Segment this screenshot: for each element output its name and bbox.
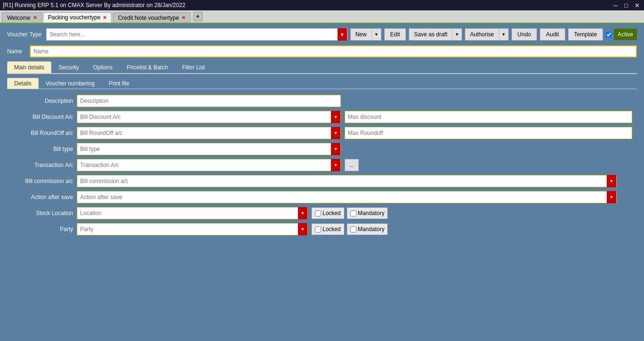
tab-packing-close[interactable]: ✕ [103, 15, 107, 20]
party-dropdown-btn[interactable]: ▼ [298, 223, 307, 235]
bill-discount-input[interactable] [77, 111, 331, 123]
party-locked-label: Locked [322, 226, 341, 233]
tab-packing[interactable]: Packing vouchertype ✕ [43, 12, 112, 23]
content-panel: Details Voucher numbering Print file Des… [7, 74, 637, 243]
template-button[interactable]: Template [568, 28, 603, 41]
authorise-button-group: Authorise ▼ [465, 28, 509, 41]
description-label: Description [12, 98, 73, 104]
bill-type-dropdown-btn[interactable]: ▼ [331, 143, 340, 155]
party-locked-check[interactable]: Locked [312, 224, 344, 235]
bill-commission-dropdown-btn[interactable]: ▼ [607, 175, 616, 187]
voucher-type-label: Voucher Type [7, 31, 41, 38]
voucher-type-search[interactable]: ▼ [46, 28, 347, 41]
location-input[interactable] [77, 208, 298, 219]
new-button-group: New ▼ [350, 28, 381, 41]
location-combo[interactable]: ▼ [77, 207, 308, 219]
transaction-ac-dropdown-btn[interactable]: ▼ [331, 159, 340, 171]
location-dropdown-btn[interactable]: ▼ [298, 207, 307, 219]
new-button[interactable]: New [350, 28, 372, 41]
bill-discount-dropdown-btn[interactable]: ▼ [331, 111, 340, 123]
sub-tab-print-file-label: Print file [109, 80, 129, 87]
bill-type-label: Bill type [12, 146, 73, 152]
undo-button[interactable]: Undo [512, 28, 537, 41]
minimize-button[interactable]: ─ [612, 2, 619, 9]
transaction-ac-input[interactable] [77, 159, 331, 171]
party-row: Party ▼ Locked Mandatory [12, 223, 632, 235]
bill-commission-combo[interactable]: ▼ [77, 175, 617, 187]
tab-welcome[interactable]: Welcome ✕ [2, 12, 42, 23]
party-locked-checkbox[interactable] [315, 226, 321, 233]
maximize-button[interactable]: □ [623, 2, 629, 9]
bill-roundoff-combo[interactable]: ▼ [77, 127, 341, 139]
party-mandatory-checkbox[interactable] [350, 226, 356, 233]
title-bar: [R1] Running ERP 5.1 on CMAX Server By a… [0, 0, 644, 10]
close-button[interactable]: ✕ [633, 2, 641, 9]
window-controls: ─ □ ✕ [612, 2, 641, 9]
save-as-draft-button[interactable]: Save as draft [409, 28, 452, 41]
bill-roundoff-input[interactable] [77, 127, 331, 139]
authorise-dropdown-btn[interactable]: ▼ [499, 28, 509, 41]
party-mandatory-check[interactable]: Mandatory [347, 224, 388, 235]
save-as-draft-group: Save as draft ▼ [409, 28, 462, 41]
tab-main-details-label: Main details [14, 64, 44, 71]
transaction-ac-row: Transaction A/c ▼ ... [12, 159, 632, 171]
sub-tab-print-file[interactable]: Print file [102, 78, 136, 89]
tab-packing-label: Packing vouchertype [48, 14, 100, 21]
audit-button[interactable]: Audit [540, 28, 565, 41]
tab-main-details[interactable]: Main details [7, 61, 51, 73]
location-locked-label: Locked [322, 210, 341, 216]
ellipsis-button[interactable]: ... [345, 159, 359, 171]
sub-tab-voucher-numbering[interactable]: Voucher numbering [39, 78, 102, 89]
sub-tabs: Details Voucher numbering Print file [7, 78, 637, 89]
tab-pricelist-batch[interactable]: Pricelist & Batch [120, 61, 175, 73]
bill-discount-row: Bill Discount A/c ▼ [12, 111, 632, 123]
party-input[interactable] [77, 224, 298, 235]
search-dropdown-btn[interactable]: ▼ [338, 28, 347, 41]
search-input[interactable] [47, 29, 338, 40]
action-after-save-input[interactable] [77, 191, 607, 203]
bill-commission-input[interactable] [77, 175, 607, 187]
action-after-save-dropdown-btn[interactable]: ▼ [607, 191, 616, 203]
description-row: Description [12, 95, 632, 107]
location-locked-check[interactable]: Locked [312, 208, 344, 219]
tab-creditnote-close[interactable]: ✕ [182, 15, 185, 20]
name-input[interactable] [30, 45, 637, 58]
save-draft-dropdown-btn[interactable]: ▼ [452, 28, 462, 41]
location-mandatory-label: Mandatory [358, 210, 385, 216]
max-discount-input[interactable] [345, 111, 632, 123]
bill-type-input[interactable] [77, 143, 331, 155]
stock-location-row: Stock Location ▼ Locked Mandatory [12, 207, 632, 219]
location-locked-checkbox[interactable] [315, 210, 321, 216]
bill-discount-combo[interactable]: ▼ [77, 111, 341, 123]
tab-security[interactable]: Security [51, 61, 86, 73]
tab-creditnote[interactable]: Credit Note vouchertype ✕ [113, 12, 190, 23]
bill-type-row: Bill type ▼ [12, 143, 632, 155]
edit-button[interactable]: Edit [384, 28, 406, 41]
action-after-save-combo[interactable]: ▼ [77, 191, 617, 203]
party-combo[interactable]: ▼ [77, 223, 308, 235]
description-input[interactable] [77, 95, 341, 107]
location-mandatory-checkbox[interactable] [350, 210, 356, 216]
main-content: Voucher Type ▼ New ▼ Edit Save as draft … [0, 24, 644, 248]
new-dropdown-btn[interactable]: ▼ [372, 28, 381, 41]
tab-welcome-close[interactable]: ✕ [33, 15, 37, 20]
active-checkbox[interactable] [606, 32, 612, 38]
transaction-ac-combo[interactable]: ▼ [77, 159, 341, 171]
bill-roundoff-row: Bill RoundOff a/c ▼ [12, 127, 632, 139]
bill-type-combo[interactable]: ▼ [77, 143, 341, 155]
sub-tab-details[interactable]: Details [7, 78, 39, 89]
name-row: Name [7, 45, 637, 58]
tab-creditnote-label: Credit Note vouchertype [118, 15, 179, 21]
max-roundoff-input[interactable] [345, 127, 632, 139]
tab-filter-list[interactable]: Filter List [175, 61, 212, 73]
tab-add-button[interactable]: + [193, 12, 203, 21]
location-mandatory-check[interactable]: Mandatory [347, 208, 388, 219]
location-check-group: Locked Mandatory [312, 208, 388, 219]
tab-options[interactable]: Options [86, 61, 119, 73]
toolbar-row: Voucher Type ▼ New ▼ Edit Save as draft … [7, 28, 637, 41]
bill-roundoff-dropdown-btn[interactable]: ▼ [331, 127, 340, 139]
name-label: Name [7, 48, 26, 55]
party-check-group: Locked Mandatory [312, 224, 388, 235]
sub-tab-details-label: Details [14, 80, 32, 87]
authorise-button[interactable]: Authorise [465, 28, 499, 41]
